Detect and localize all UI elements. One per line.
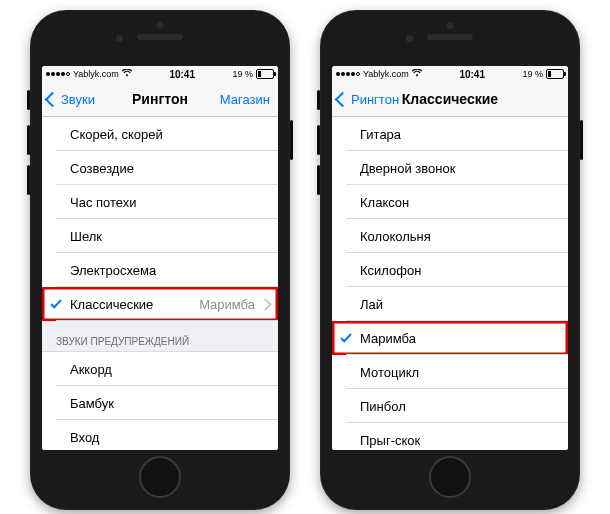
list-item[interactable]: Ксилофон	[332, 253, 568, 287]
carrier-label: Yablyk.com	[73, 69, 119, 79]
checkmark-icon	[50, 298, 62, 310]
list-item-detail: Маримба	[199, 297, 255, 312]
mute-switch	[317, 90, 320, 110]
list-item[interactable]: Шелк	[42, 219, 278, 253]
list-item[interactable]: Бамбук	[42, 386, 278, 420]
chevron-left-icon	[335, 91, 351, 107]
mute-switch	[27, 90, 30, 110]
phone-right: Yablyk.com 10:41 19 % Рингтон Классическ…	[320, 10, 580, 510]
front-camera	[406, 35, 413, 42]
list-item[interactable]: Лай	[332, 287, 568, 321]
volume-up-button	[317, 125, 320, 155]
battery-percent: 19 %	[233, 69, 254, 79]
list-item-label: Бамбук	[70, 396, 114, 411]
carrier-label: Yablyk.com	[363, 69, 409, 79]
list-item-label: Прыг-скок	[360, 433, 420, 448]
screen: Yablyk.com 10:41 19 % Рингтон Классическ…	[332, 66, 568, 450]
nav-bar: Рингтон Классические	[332, 82, 568, 117]
list-item-label: Электросхема	[70, 263, 156, 278]
list-item[interactable]: Дверной звонок	[332, 151, 568, 185]
list-item-label: Скорей, скорей	[70, 127, 163, 142]
battery-icon	[546, 69, 564, 79]
list-item-label: Час потехи	[70, 195, 137, 210]
list-item[interactable]: КлассическиеМаримба	[42, 287, 278, 321]
list-item-label: Мотоцикл	[360, 365, 419, 380]
list-item[interactable]: Мотоцикл	[332, 355, 568, 389]
list-item[interactable]: Прыг-скок	[332, 423, 568, 450]
list-item-label: Созвездие	[70, 161, 134, 176]
clock: 10:41	[459, 69, 485, 80]
list-item[interactable]: Электросхема	[42, 253, 278, 287]
wifi-icon	[412, 69, 422, 79]
status-bar: Yablyk.com 10:41 19 %	[42, 66, 278, 82]
bezel-top	[30, 10, 290, 66]
chevron-right-icon	[259, 298, 272, 311]
store-button[interactable]: Магазин	[220, 92, 278, 107]
screen: Yablyk.com 10:41 19 % Звуки Рингтон Мага…	[42, 66, 278, 450]
list-item-label: Шелк	[70, 229, 102, 244]
back-label: Рингтон	[351, 92, 399, 107]
volume-down-button	[317, 165, 320, 195]
volume-down-button	[27, 165, 30, 195]
battery-percent: 19 %	[523, 69, 544, 79]
list-item-label: Вход	[70, 430, 99, 445]
list-item-label: Колокольня	[360, 229, 431, 244]
signal-icon	[336, 72, 360, 76]
battery-icon	[256, 69, 274, 79]
home-button[interactable]	[139, 456, 181, 498]
sensor	[157, 22, 164, 29]
list-item[interactable]: Гитара	[332, 117, 568, 151]
clock: 10:41	[169, 69, 195, 80]
list-item-label: Классические	[70, 297, 153, 312]
wifi-icon	[122, 69, 132, 79]
ear-speaker	[137, 34, 183, 40]
volume-up-button	[27, 125, 30, 155]
signal-icon	[46, 72, 70, 76]
list-item-label: Клаксон	[360, 195, 409, 210]
list-item-label: Пинбол	[360, 399, 406, 414]
bezel-top	[320, 10, 580, 66]
ear-speaker	[427, 34, 473, 40]
list-item[interactable]: Созвездие	[42, 151, 278, 185]
list-item[interactable]: Колокольня	[332, 219, 568, 253]
back-label: Звуки	[61, 92, 95, 107]
list-item-label: Маримба	[360, 331, 416, 346]
checkmark-icon	[340, 332, 352, 344]
back-button[interactable]: Рингтон	[332, 92, 399, 107]
settings-list[interactable]: Скорей, скорейСозвездиеЧас потехиШелкЭле…	[42, 117, 278, 450]
list-item-label: Ксилофон	[360, 263, 421, 278]
list-item[interactable]: Аккорд	[42, 352, 278, 386]
sensor	[447, 22, 454, 29]
list-item[interactable]: Скорей, скорей	[42, 117, 278, 151]
list-item[interactable]: Пинбол	[332, 389, 568, 423]
section-header: ЗВУКИ ПРЕДУПРЕЖДЕНИЙ	[42, 321, 278, 351]
list-item-label: Дверной звонок	[360, 161, 455, 176]
power-button	[580, 120, 583, 160]
list-item-label: Аккорд	[70, 362, 112, 377]
settings-list[interactable]: ГитараДверной звонокКлаксонКолокольняКси…	[332, 117, 568, 450]
list-item[interactable]: Вход	[42, 420, 278, 450]
nav-bar: Звуки Рингтон Магазин	[42, 82, 278, 117]
list-item-label: Гитара	[360, 127, 401, 142]
power-button	[290, 120, 293, 160]
chevron-left-icon	[45, 91, 61, 107]
list-item[interactable]: Маримба	[332, 321, 568, 355]
list-item-label: Лай	[360, 297, 383, 312]
back-button[interactable]: Звуки	[42, 92, 95, 107]
home-button[interactable]	[429, 456, 471, 498]
list-item[interactable]: Час потехи	[42, 185, 278, 219]
list-item[interactable]: Клаксон	[332, 185, 568, 219]
status-bar: Yablyk.com 10:41 19 %	[332, 66, 568, 82]
phone-left: Yablyk.com 10:41 19 % Звуки Рингтон Мага…	[30, 10, 290, 510]
front-camera	[116, 35, 123, 42]
